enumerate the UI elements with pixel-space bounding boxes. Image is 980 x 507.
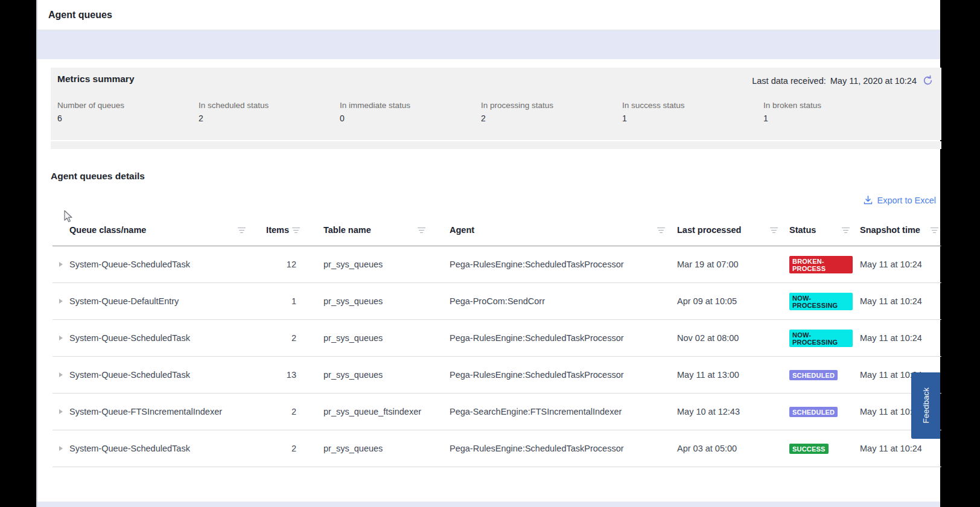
agent-cell: Pega-RulesEngine:ScheduledTaskProcessor bbox=[431, 260, 670, 269]
expand-caret-icon[interactable] bbox=[59, 262, 63, 267]
table-name-cell: pr_sys_queue_ftsindexer bbox=[305, 407, 431, 416]
status-badge: SCHEDULED bbox=[789, 407, 838, 417]
metric-item: In success status 1 bbox=[622, 101, 763, 123]
metric-item: In immediate status 0 bbox=[340, 101, 481, 123]
filter-icon[interactable] bbox=[841, 226, 850, 234]
row-expand-cell bbox=[52, 262, 69, 267]
table-row: System-Queue-ScheduledTask 2 pr_sys_queu… bbox=[52, 320, 941, 357]
expand-caret-icon[interactable] bbox=[59, 336, 63, 340]
agent-cell: Pega-RulesEngine:ScheduledTaskProcessor bbox=[431, 444, 670, 453]
filter-icon[interactable] bbox=[417, 226, 425, 234]
agent-queues-table: Queue class/name Items Table name Agent … bbox=[52, 214, 941, 467]
table-row: System-Queue-ScheduledTask 13 pr_sys_que… bbox=[52, 357, 941, 394]
filter-icon[interactable] bbox=[657, 226, 665, 234]
table-header-row: Queue class/name Items Table name Agent … bbox=[52, 214, 941, 246]
items-cell: 2 bbox=[253, 333, 305, 343]
table-body: System-Queue-ScheduledTask 12 pr_sys_que… bbox=[52, 246, 941, 467]
column-header-agent: Agent bbox=[431, 225, 670, 235]
export-row: Export to Excel bbox=[37, 195, 940, 205]
last-processed-cell: May 11 at 13:00 bbox=[670, 370, 781, 380]
items-cell: 2 bbox=[253, 407, 305, 416]
row-expand-cell bbox=[52, 372, 69, 377]
table-row: System-Queue-FTSIncrementalIndexer 2 pr_… bbox=[52, 394, 941, 430]
metric-value: 1 bbox=[622, 113, 763, 123]
snapshot-time-cell: May 11 at 10:24 bbox=[853, 260, 941, 269]
items-cell: 13 bbox=[253, 370, 305, 380]
metric-value: 2 bbox=[199, 113, 340, 123]
items-cell: 2 bbox=[253, 444, 305, 453]
table-name-cell: pr_sys_queues bbox=[305, 296, 431, 306]
expand-caret-icon[interactable] bbox=[59, 299, 63, 304]
snapshot-time-cell: May 11 at 10:24 bbox=[853, 296, 941, 306]
filter-icon[interactable] bbox=[291, 226, 300, 234]
feedback-tab-label: Feedback bbox=[921, 387, 931, 423]
status-cell: SCHEDULED bbox=[781, 370, 853, 380]
agent-cell: Pega-RulesEngine:ScheduledTaskProcessor bbox=[431, 333, 670, 343]
table-row: System-Queue-DefaultEntry 1 pr_sys_queue… bbox=[52, 283, 941, 320]
last-processed-cell: Apr 03 at 05:00 bbox=[670, 444, 781, 453]
filter-icon[interactable] bbox=[930, 226, 938, 234]
last-processed-cell: Mar 19 at 07:00 bbox=[670, 260, 781, 269]
bottom-scroll-strip[interactable] bbox=[37, 502, 940, 507]
metrics-row: Number of queues 6 In scheduled status 2… bbox=[57, 101, 934, 123]
column-header-table-name: Table name bbox=[305, 225, 431, 235]
table-name-cell: pr_sys_queues bbox=[305, 260, 431, 269]
page-title: Agent queues bbox=[48, 10, 112, 21]
status-cell: NOW-PROCESSING bbox=[781, 330, 853, 347]
row-expand-cell bbox=[52, 299, 69, 304]
download-icon bbox=[863, 195, 873, 205]
status-cell: SUCCESS bbox=[781, 444, 853, 454]
metric-label: In scheduled status bbox=[199, 101, 340, 110]
feedback-tab[interactable]: Feedback bbox=[911, 372, 940, 439]
expand-caret-icon[interactable] bbox=[59, 409, 63, 414]
queue-class-name-cell: System-Queue-ScheduledTask bbox=[69, 333, 253, 343]
details-section-title: Agent queues details bbox=[51, 171, 940, 182]
status-cell: SCHEDULED bbox=[781, 407, 853, 417]
expand-caret-icon[interactable] bbox=[59, 372, 63, 377]
column-header-items: Items bbox=[253, 225, 305, 235]
metric-item: In broken status 1 bbox=[763, 101, 905, 123]
table-name-cell: pr_sys_queues bbox=[305, 370, 431, 380]
last-processed-cell: May 10 at 12:43 bbox=[670, 407, 781, 416]
queue-class-name-cell: System-Queue-DefaultEntry bbox=[69, 296, 253, 306]
refresh-icon[interactable] bbox=[922, 75, 934, 86]
queue-class-name-cell: System-Queue-ScheduledTask bbox=[69, 260, 253, 269]
last-data-received: Last data received: May 11, 2020 at 10:2… bbox=[752, 75, 934, 86]
table-name-cell: pr_sys_queues bbox=[305, 333, 431, 343]
expand-caret-icon[interactable] bbox=[59, 446, 63, 451]
metric-label: In processing status bbox=[481, 101, 622, 110]
column-header-last-processed: Last processed bbox=[670, 225, 781, 235]
export-to-excel-link[interactable]: Export to Excel bbox=[863, 195, 936, 205]
last-data-value: May 11, 2020 at 10:24 bbox=[830, 76, 917, 86]
row-expand-cell bbox=[52, 446, 69, 451]
row-expand-cell bbox=[52, 409, 69, 414]
snapshot-time-cell: May 11 at 10:24 bbox=[853, 444, 941, 453]
header-band bbox=[37, 30, 940, 59]
status-badge: NOW-PROCESSING bbox=[789, 293, 853, 310]
queue-class-name-cell: System-Queue-FTSIncrementalIndexer bbox=[69, 407, 253, 416]
queue-class-name-cell: System-Queue-ScheduledTask bbox=[69, 370, 253, 380]
metric-item: In processing status 2 bbox=[481, 101, 622, 123]
items-cell: 1 bbox=[253, 296, 305, 306]
metric-value: 0 bbox=[340, 113, 481, 123]
agent-cell: Pega-RulesEngine:ScheduledTaskProcessor bbox=[431, 370, 670, 380]
items-cell: 12 bbox=[253, 260, 305, 269]
app-viewport: Agent queues Metrics summary Last data r… bbox=[36, 0, 940, 507]
metric-value: 6 bbox=[57, 113, 199, 123]
metrics-summary-panel: Metrics summary Last data received: May … bbox=[51, 68, 941, 140]
status-badge: SCHEDULED bbox=[789, 370, 838, 380]
metric-label: In broken status bbox=[763, 101, 905, 110]
metric-item: Number of queues 6 bbox=[57, 101, 199, 123]
queue-class-name-cell: System-Queue-ScheduledTask bbox=[69, 444, 253, 453]
metric-label: In immediate status bbox=[340, 101, 481, 110]
column-header-snapshot-time: Snapshot time bbox=[853, 225, 941, 235]
filter-icon[interactable] bbox=[237, 226, 246, 234]
page-header: Agent queues bbox=[37, 0, 940, 30]
table-name-cell: pr_sys_queues bbox=[305, 444, 431, 453]
export-to-excel-label: Export to Excel bbox=[877, 196, 936, 205]
metric-label: Number of queues bbox=[57, 101, 199, 110]
metric-item: In scheduled status 2 bbox=[199, 101, 340, 123]
status-cell: BROKEN-PROCESS bbox=[781, 256, 853, 273]
filter-icon[interactable] bbox=[769, 226, 778, 234]
status-badge: SUCCESS bbox=[789, 444, 829, 454]
